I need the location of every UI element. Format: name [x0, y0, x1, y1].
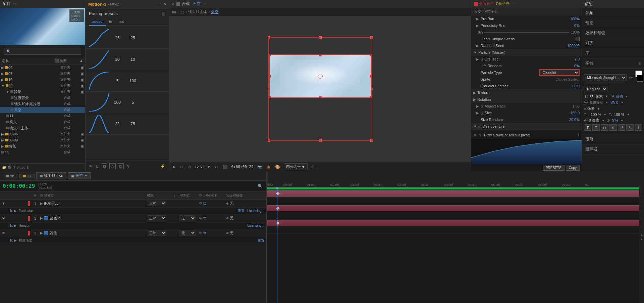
layer2-trkmat-select[interactable]: 无: [179, 215, 196, 221]
font-edit-icon[interactable]: ✏: [628, 75, 634, 81]
layer2-vis[interactable]: 👁: [0, 216, 7, 220]
tab-added[interactable]: added: [89, 18, 106, 26]
curve-canvas[interactable]: [471, 139, 582, 164]
project-item-0506[interactable]: ▶ 05-06 文件夹 ▣: [0, 131, 85, 137]
font-size-dropdown[interactable]: ▼: [604, 94, 609, 98]
tab-11[interactable]: 11: [19, 173, 35, 179]
presets-button[interactable]: PRESETS: [543, 165, 565, 171]
tab-out[interactable]: out: [115, 18, 127, 26]
breadcrumb-lens11[interactable]: 镜头11主体: [188, 9, 207, 14]
layer1-particular-expand[interactable]: ▶: [14, 209, 17, 213]
track-row-3[interactable]: [267, 219, 644, 227]
layer2-name[interactable]: ▶ 蓝色 2: [39, 216, 147, 221]
motion-footer-lightning[interactable]: ⚡: [159, 164, 166, 169]
motion-footer-btn4[interactable]: △: [109, 163, 116, 169]
comp-footer-monitor-icon[interactable]: □: [179, 164, 184, 170]
info-item-tracker[interactable]: 跟踪器: [582, 144, 644, 155]
effect-section-rotation[interactable]: ▶ Rotation: [471, 96, 582, 103]
inner-handle-ml[interactable]: [269, 75, 271, 78]
comp-close-icon[interactable]: ×: [172, 2, 174, 6]
project-item-lens-tail[interactable]: 镜头10末尾片段 合成: [0, 101, 85, 107]
info-item-library[interactable]: 库: [582, 48, 644, 58]
project-item-trans[interactable]: 过渡背景 合成: [0, 95, 85, 101]
text-style-super[interactable]: Ts: [618, 124, 625, 131]
tab-lens11[interactable]: 镜头11主体: [36, 172, 66, 179]
font-style-select[interactable]: Regular: [584, 86, 607, 92]
comp-camera-icon[interactable]: 📷: [256, 164, 263, 170]
copy-button[interactable]: Copy: [566, 165, 580, 171]
handle-tr[interactable]: [370, 36, 373, 39]
info-item-preview[interactable]: 预览: [582, 18, 644, 28]
zoom-dropdown-icon[interactable]: ▼: [206, 164, 212, 170]
tab-sky-menu[interactable]: ≡: [85, 174, 87, 178]
project-item-fin[interactable]: fin 合成: [0, 149, 85, 155]
info-item-align[interactable]: 对齐: [582, 38, 644, 48]
layer3-fx-badge[interactable]: fx: [203, 231, 206, 235]
text-style-allcaps[interactable]: TT: [601, 124, 608, 131]
layer2-fx-badge[interactable]: fx: [203, 216, 206, 220]
comp-viewport[interactable]: [169, 16, 471, 162]
layer2-license-btn[interactable]: Licensing...: [247, 224, 264, 227]
lights-checkbox[interactable]: [575, 37, 580, 41]
baseline-dropdown[interactable]: ▼: [601, 119, 606, 123]
motion-close-button[interactable]: ×: [163, 1, 166, 7]
motion-footer-btn2[interactable]: ∪: [95, 164, 100, 169]
new-folder-icon[interactable]: 📁: [2, 166, 6, 169]
inner-handle-tr[interactable]: [370, 54, 372, 56]
project-item-11[interactable]: ▼ 11 文件夹 ▣: [0, 83, 85, 89]
comp-color-icon[interactable]: ◉: [266, 164, 271, 170]
quality-dropdown[interactable]: ▼: [302, 165, 305, 169]
preset-row-5[interactable]: 33 75: [86, 113, 169, 135]
comp-footer-play-icon[interactable]: ▶: [172, 165, 177, 169]
breadcrumb-fin[interactable]: fin: [172, 10, 176, 14]
tab-sky[interactable]: × 天空 ≡: [68, 172, 91, 179]
breadcrumb-11[interactable]: 11: [180, 10, 184, 14]
leading-px-dropdown[interactable]: ▼: [596, 107, 601, 111]
project-item-lens11[interactable]: 镜头11主体 合成: [0, 125, 85, 131]
text-style-normal[interactable]: T: [584, 124, 591, 131]
effect-slider[interactable]: [484, 32, 570, 33]
inner-handle-bl[interactable]: [269, 96, 271, 98]
handle-bc[interactable]: [319, 139, 322, 142]
character-menu-icon[interactable]: ≡: [638, 61, 641, 66]
project-item-bg[interactable]: ▼ 背景 文件夹 ▣: [0, 89, 85, 95]
preset-row-3[interactable]: 5 100: [86, 70, 169, 92]
text-style-smallcaps[interactable]: Tr: [609, 124, 617, 131]
info-item-paragraph[interactable]: 段落: [582, 134, 644, 144]
motion-menu-icon[interactable]: ≡: [158, 2, 161, 6]
layer2-expand[interactable]: ▶: [40, 216, 43, 220]
effects-close-icon[interactable]: [474, 2, 478, 6]
import-icon[interactable]: ⬇: [13, 166, 15, 169]
layer3-trkmat-select[interactable]: 无: [179, 230, 196, 236]
comp-footer-icon1[interactable]: □: [214, 164, 219, 170]
project-item-0809[interactable]: ▶ 08-09 文件夹 ▣: [0, 137, 85, 143]
scale-v-dropdown[interactable]: ▼: [626, 113, 631, 117]
motion-footer-btn6[interactable]: ∨: [126, 164, 131, 169]
project-search-input[interactable]: [4, 48, 81, 55]
effect-section-particle[interactable]: ▼ Particle (Master): [471, 49, 582, 56]
handle-tc[interactable]: [319, 36, 322, 39]
effect-section-texture[interactable]: ▶ Texture: [471, 89, 582, 96]
layer3-reset-btn[interactable]: 重置: [258, 238, 264, 243]
layer3-name[interactable]: ▶ 蓝色: [39, 230, 147, 235]
layer3-gradient-expand[interactable]: ▶: [14, 239, 17, 242]
handle-br[interactable]: [370, 139, 373, 142]
comp-footer-settings-icon[interactable]: ⊕: [186, 164, 192, 170]
project-item-11comp[interactable]: 11 合成: [0, 113, 85, 119]
layer2-horizon-expand[interactable]: ▶: [14, 224, 17, 227]
layer1-reset-btn[interactable]: 重置: [238, 209, 245, 213]
motion-footer-btn3[interactable]: □: [102, 163, 107, 169]
tab-in[interactable]: in: [106, 18, 116, 26]
motion-footer-btn5[interactable]: □: [118, 163, 123, 169]
timeline-right-scrollbar[interactable]: ▲ ▼: [639, 171, 644, 303]
new-comp-icon[interactable]: 🎬: [7, 166, 11, 169]
effects-menu[interactable]: ≡: [512, 2, 515, 6]
inner-handle-br[interactable]: [370, 96, 372, 98]
timeline-search-icon[interactable]: 🔍: [257, 183, 264, 189]
particle-type-dropdown[interactable]: Cloudlet Sphere Star: [539, 69, 580, 76]
layer3-vis[interactable]: 👁: [0, 231, 7, 235]
comp-footer-icon2[interactable]: ⬛: [222, 164, 229, 170]
playhead[interactable]: [277, 187, 277, 303]
leading-dropdown[interactable]: ▼: [624, 94, 629, 98]
track-row-1[interactable]: [267, 189, 644, 198]
